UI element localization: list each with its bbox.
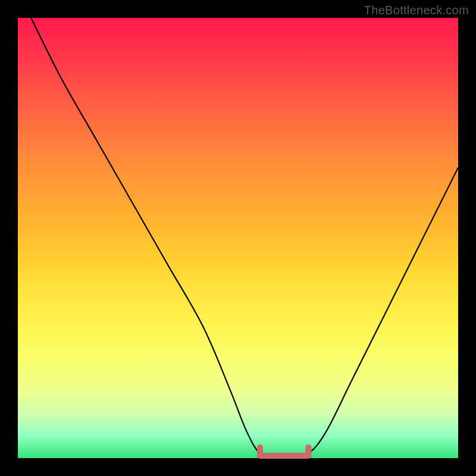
chart-frame: TheBottleneck.com <box>0 0 476 476</box>
flat-marker <box>260 447 308 456</box>
watermark-label: TheBottleneck.com <box>364 4 469 17</box>
curve-path <box>31 18 458 459</box>
bottleneck-curve <box>18 18 458 458</box>
